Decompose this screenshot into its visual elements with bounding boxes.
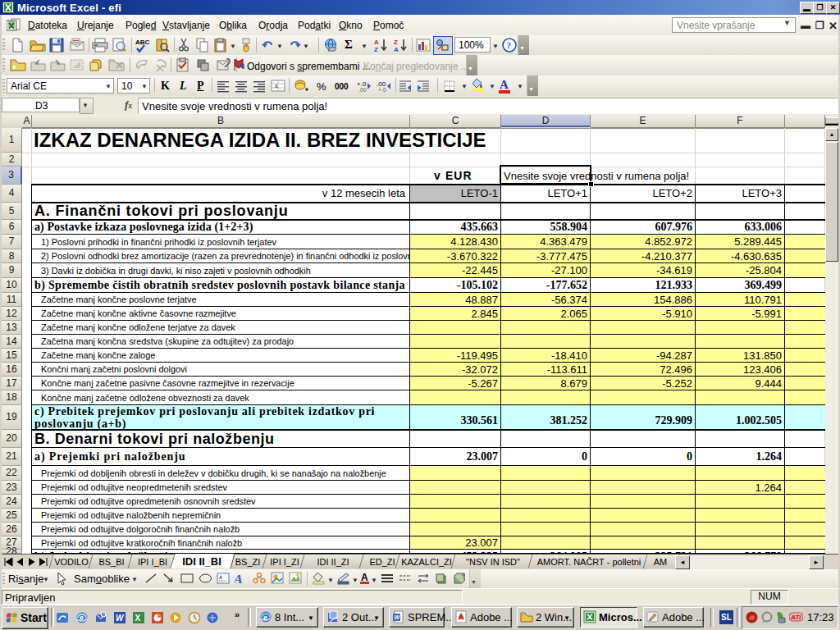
svg-text:Z: Z (394, 39, 398, 46)
svg-text:a: a (275, 83, 278, 89)
svg-text:A: A (219, 575, 222, 580)
svg-text:e: e (263, 614, 267, 622)
svg-text:X: X (135, 614, 141, 623)
svg-text:ATI: ATI (790, 614, 801, 621)
svg-text:W: W (116, 614, 125, 623)
svg-text:+.0: +.0 (378, 87, 386, 93)
svg-text:ABC: ABC (135, 39, 150, 46)
svg-text:.00: .00 (358, 87, 367, 93)
svg-text:A: A (235, 572, 244, 586)
svg-text:A: A (394, 46, 399, 52)
svg-text:Z: Z (374, 46, 378, 52)
svg-text:A: A (374, 39, 379, 46)
svg-text:e: e (80, 614, 84, 622)
svg-text:?: ? (507, 40, 512, 50)
